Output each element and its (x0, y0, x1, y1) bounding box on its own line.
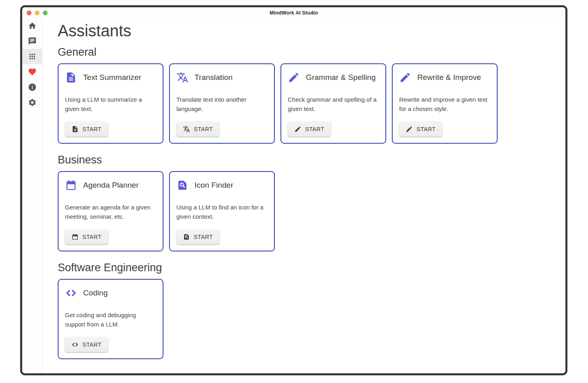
card-header: Icon Finder (176, 178, 268, 192)
page-title: Assistants (58, 21, 557, 41)
card-header: Agenda Planner (65, 178, 156, 192)
sidebar-item-chat[interactable] (22, 33, 42, 49)
icon-search-icon (183, 233, 190, 241)
start-button[interactable]: START (288, 121, 331, 136)
calendar-icon (65, 179, 77, 191)
card-row: Agenda Planner Generate an agenda for a … (58, 171, 557, 251)
start-button-label: START (416, 126, 436, 132)
card-description: Rewrite and improve a given text for a c… (399, 95, 490, 113)
sidebar-item-favorites[interactable] (22, 64, 42, 80)
card-row: Text Summarizer Using a LLM to summarize… (58, 63, 557, 144)
pencil-icon (288, 71, 300, 84)
card-description: Check grammar and spelling of a given te… (288, 95, 379, 113)
card-header: Translation (176, 71, 268, 84)
window-title: MindWork AI Studio (22, 10, 565, 16)
pencil-icon (406, 126, 413, 133)
start-button-label: START (82, 126, 102, 132)
app-window: MindWork AI Studio Assistants General Te… (20, 5, 567, 375)
card-title: Text Summarizer (83, 73, 141, 82)
assistant-card: Rewrite & Improve Rewrite and improve a … (392, 63, 498, 144)
gear-icon (28, 98, 37, 107)
pencil-icon (294, 126, 301, 133)
start-button-label: START (82, 341, 102, 348)
card-description: Using a LLM to find an icon for a given … (176, 203, 268, 221)
calendar-icon (71, 233, 79, 241)
code-icon (71, 341, 79, 348)
titlebar: MindWork AI Studio (22, 7, 565, 18)
section-heading: Business (58, 153, 557, 167)
card-title: Agenda Planner (83, 181, 139, 190)
card-header: Coding (65, 286, 156, 300)
card-title: Icon Finder (195, 181, 233, 190)
start-button-label: START (194, 126, 213, 132)
card-row: Coding Get coding and debugging support … (58, 279, 557, 359)
sections: General Text Summarizer Using a LLM to s… (58, 45, 557, 359)
card-title: Rewrite & Improve (417, 73, 481, 82)
sidebar-item-info[interactable] (22, 80, 42, 95)
window-body: Assistants General Text Summarizer Using… (22, 18, 565, 373)
start-button[interactable]: START (65, 121, 108, 136)
sidebar-item-home[interactable] (22, 18, 42, 33)
document-icon (65, 71, 77, 84)
card-title: Translation (195, 73, 232, 82)
assistant-section: Business Agenda Planner Generate an agen… (58, 153, 557, 251)
code-icon (65, 287, 77, 299)
card-header: Text Summarizer (65, 71, 156, 84)
start-button-label: START (194, 234, 213, 240)
section-heading: General (58, 45, 557, 59)
start-button[interactable]: START (399, 121, 442, 136)
assistant-card: Agenda Planner Generate an agenda for a … (58, 171, 163, 251)
card-description: Translate text into another language. (176, 95, 268, 113)
assistant-card: Translation Translate text into another … (169, 63, 275, 144)
start-button[interactable]: START (65, 229, 108, 244)
document-icon (71, 126, 79, 133)
heart-icon (28, 67, 37, 76)
section-heading: Software Engineering (58, 260, 557, 275)
assistant-card: Coding Get coding and debugging support … (58, 279, 163, 359)
card-header: Rewrite & Improve (399, 71, 490, 84)
start-button-label: START (82, 234, 102, 240)
icon-search-icon (176, 179, 188, 191)
start-button[interactable]: START (176, 229, 220, 244)
assistant-card: Grammar & Spelling Check grammar and spe… (280, 63, 386, 144)
sidebar-item-assistants[interactable] (22, 49, 42, 64)
translate-icon (176, 71, 188, 84)
chat-icon (28, 37, 37, 46)
card-title: Coding (83, 289, 108, 297)
card-title: Grammar & Spelling (306, 73, 376, 82)
info-icon (28, 83, 37, 92)
start-button[interactable]: START (65, 337, 108, 352)
translate-icon (183, 126, 190, 133)
home-icon (28, 21, 37, 30)
assistant-card: Text Summarizer Using a LLM to summarize… (58, 63, 163, 144)
assistant-card: Icon Finder Using a LLM to find an icon … (169, 171, 275, 251)
card-header: Grammar & Spelling (288, 71, 379, 84)
assistant-section: General Text Summarizer Using a LLM to s… (58, 45, 557, 144)
pencil-icon (399, 71, 411, 84)
apps-grid-icon (28, 52, 37, 61)
assistant-section: Software Engineering Coding Get coding a… (58, 260, 557, 359)
card-description: Generate an agenda for a given meeting, … (65, 203, 156, 221)
card-description: Using a LLM to summarize a given text. (65, 95, 156, 113)
sidebar (22, 18, 42, 373)
main-content: Assistants General Text Summarizer Using… (42, 18, 565, 373)
sidebar-item-settings[interactable] (22, 95, 42, 110)
card-description: Get coding and debugging support from a … (65, 310, 156, 329)
start-button-label: START (305, 126, 324, 132)
start-button[interactable]: START (176, 121, 220, 136)
